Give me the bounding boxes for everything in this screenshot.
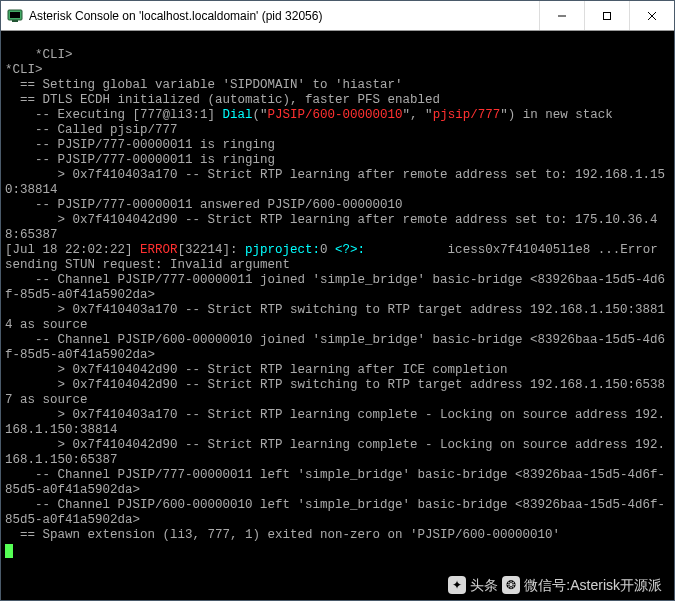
window-title: Asterisk Console on 'localhost.localdoma…	[29, 9, 539, 23]
console-text: > 0x7f4104042d90 -- Strict RTP learning …	[5, 213, 658, 242]
console-text: *CLI>	[35, 48, 73, 62]
console-text: -- Channel PJSIP/777-00000011 joined 'si…	[5, 273, 665, 302]
window-controls	[539, 1, 674, 30]
svg-rect-4	[604, 12, 611, 19]
console-text: -- Executing [777@li3:1]	[5, 108, 223, 122]
console-text: pjproject:	[245, 243, 320, 257]
console-text: > 0x7f410403a170 -- Strict RTP switching…	[5, 303, 665, 332]
console-text: -- Called pjsip/777	[5, 123, 178, 137]
console-window: Asterisk Console on 'localhost.localdoma…	[0, 0, 675, 601]
console-output[interactable]: *CLI> *CLI> == Setting global variable '…	[1, 31, 674, 600]
console-text: -- PJSIP/777-00000011 is ringing	[5, 153, 275, 167]
console-text: [Jul 18 22:02:22]	[5, 243, 140, 257]
console-text: -- Channel PJSIP/777-00000011 left 'simp…	[5, 468, 665, 497]
svg-rect-1	[12, 20, 18, 22]
console-text: == Spawn extension (li3, 777, 1) exited …	[5, 528, 560, 542]
console-text: -- PJSIP/777-00000011 is ringing	[5, 138, 275, 152]
console-text: ERROR	[140, 243, 178, 257]
close-button[interactable]	[629, 1, 674, 30]
titlebar: Asterisk Console on 'localhost.localdoma…	[1, 1, 674, 31]
console-text: -- PJSIP/777-00000011 answered PJSIP/600…	[5, 198, 403, 212]
svg-rect-2	[10, 12, 20, 18]
watermark-label-1: 头条	[470, 578, 498, 593]
minimize-icon	[557, 11, 567, 21]
cursor	[5, 544, 13, 558]
console-text: ") in new stack	[500, 108, 613, 122]
watermark: ✦ 头条 ❂ 微信号:Asterisk开源派	[448, 576, 662, 594]
app-icon	[7, 8, 23, 24]
console-text: == DTLS ECDH initialized (automatic), fa…	[5, 93, 440, 107]
console-text: [32214]:	[178, 243, 246, 257]
console-text: ("	[253, 108, 268, 122]
console-text: -- Channel PJSIP/600-00000010 left 'simp…	[5, 498, 665, 527]
watermark-icon: ✦	[448, 576, 466, 594]
close-icon	[647, 11, 657, 21]
console-text: -- Channel PJSIP/600-00000010 joined 'si…	[5, 333, 665, 362]
minimize-button[interactable]	[539, 1, 584, 30]
console-text: <?>:	[335, 243, 365, 257]
console-text: > 0x7f4104042d90 -- Strict RTP learning …	[5, 363, 508, 377]
console-text: pjsip/777	[433, 108, 501, 122]
maximize-button[interactable]	[584, 1, 629, 30]
console-text: == Setting global variable 'SIPDOMAIN' t…	[5, 78, 403, 92]
console-text: > 0x7f410403a170 -- Strict RTP learning …	[5, 408, 665, 437]
console-text: ", "	[403, 108, 433, 122]
watermark-wechat-icon: ❂	[502, 576, 520, 594]
console-text: > 0x7f4104042d90 -- Strict RTP learning …	[5, 438, 665, 467]
console-text: > 0x7f410403a170 -- Strict RTP learning …	[5, 168, 665, 197]
console-text: PJSIP/600-00000010	[268, 108, 403, 122]
console-text: 0	[320, 243, 335, 257]
maximize-icon	[602, 11, 612, 21]
console-text: > 0x7f4104042d90 -- Strict RTP switching…	[5, 378, 665, 407]
watermark-label-2: 微信号:Asterisk开源派	[524, 578, 662, 593]
console-text: *CLI>	[5, 63, 43, 77]
console-text: Dial	[223, 108, 253, 122]
